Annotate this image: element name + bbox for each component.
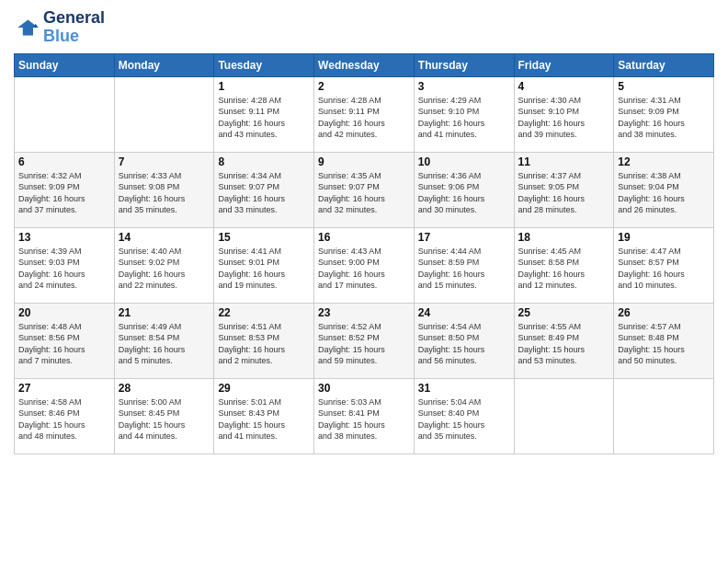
day-number: 12 (618, 155, 710, 168)
weekday-header: Thursday (414, 53, 514, 76)
day-info: Sunrise: 4:28 AM Sunset: 9:11 PM Dayligh… (318, 95, 410, 141)
header: GeneralBlue (14, 9, 714, 46)
calendar-week-row: 6Sunrise: 4:32 AM Sunset: 9:09 PM Daylig… (15, 152, 714, 227)
day-number: 11 (518, 155, 610, 168)
day-info: Sunrise: 5:03 AM Sunset: 8:41 PM Dayligh… (318, 396, 410, 442)
calendar-cell (15, 76, 115, 152)
day-info: Sunrise: 4:37 AM Sunset: 9:05 PM Dayligh… (518, 170, 610, 216)
day-number: 2 (318, 80, 410, 93)
calendar-cell: 11Sunrise: 4:37 AM Sunset: 9:05 PM Dayli… (514, 152, 614, 227)
calendar-cell: 15Sunrise: 4:41 AM Sunset: 9:01 PM Dayli… (214, 227, 314, 303)
page: GeneralBlue SundayMondayTuesdayWednesday… (0, 0, 728, 563)
day-info: Sunrise: 4:38 AM Sunset: 9:04 PM Dayligh… (618, 170, 710, 216)
calendar-cell: 20Sunrise: 4:48 AM Sunset: 8:56 PM Dayli… (15, 303, 115, 378)
day-number: 29 (218, 382, 310, 395)
day-info: Sunrise: 4:55 AM Sunset: 8:49 PM Dayligh… (518, 321, 610, 367)
day-number: 17 (418, 231, 510, 244)
day-number: 31 (418, 382, 510, 395)
day-number: 7 (119, 155, 210, 168)
day-info: Sunrise: 5:00 AM Sunset: 8:45 PM Dayligh… (119, 396, 210, 442)
day-number: 3 (418, 80, 510, 93)
logo: GeneralBlue (14, 9, 105, 46)
day-info: Sunrise: 4:45 AM Sunset: 8:58 PM Dayligh… (518, 246, 610, 292)
calendar-header-row: SundayMondayTuesdayWednesdayThursdayFrid… (15, 53, 714, 76)
weekday-header: Monday (114, 53, 214, 76)
day-number: 20 (18, 306, 110, 319)
calendar-cell: 12Sunrise: 4:38 AM Sunset: 9:04 PM Dayli… (614, 152, 714, 227)
day-info: Sunrise: 4:33 AM Sunset: 9:08 PM Dayligh… (119, 170, 210, 216)
day-info: Sunrise: 4:35 AM Sunset: 9:07 PM Dayligh… (318, 170, 410, 216)
weekday-header: Sunday (15, 53, 115, 76)
day-number: 21 (119, 306, 210, 319)
day-number: 5 (618, 80, 710, 93)
day-number: 28 (119, 382, 210, 395)
day-number: 8 (218, 155, 310, 168)
weekday-header: Friday (514, 53, 614, 76)
calendar-cell: 1Sunrise: 4:28 AM Sunset: 9:11 PM Daylig… (214, 76, 314, 152)
day-info: Sunrise: 4:41 AM Sunset: 9:01 PM Dayligh… (218, 246, 310, 292)
weekday-header: Wednesday (314, 53, 415, 76)
calendar-cell: 6Sunrise: 4:32 AM Sunset: 9:09 PM Daylig… (15, 152, 115, 227)
calendar-cell: 28Sunrise: 5:00 AM Sunset: 8:45 PM Dayli… (114, 378, 214, 454)
day-number: 24 (418, 306, 510, 319)
calendar-cell: 26Sunrise: 4:57 AM Sunset: 8:48 PM Dayli… (614, 303, 714, 378)
calendar-cell: 25Sunrise: 4:55 AM Sunset: 8:49 PM Dayli… (514, 303, 614, 378)
day-number: 14 (119, 231, 210, 244)
logo-text: GeneralBlue (43, 9, 105, 46)
day-info: Sunrise: 4:30 AM Sunset: 9:10 PM Dayligh… (518, 95, 610, 141)
day-number: 27 (18, 382, 110, 395)
calendar-cell: 19Sunrise: 4:47 AM Sunset: 8:57 PM Dayli… (614, 227, 714, 303)
day-info: Sunrise: 4:44 AM Sunset: 8:59 PM Dayligh… (418, 246, 510, 292)
day-number: 18 (518, 231, 610, 244)
day-info: Sunrise: 4:49 AM Sunset: 8:54 PM Dayligh… (119, 321, 210, 367)
calendar-cell: 17Sunrise: 4:44 AM Sunset: 8:59 PM Dayli… (414, 227, 514, 303)
calendar-week-row: 13Sunrise: 4:39 AM Sunset: 9:03 PM Dayli… (15, 227, 714, 303)
day-info: Sunrise: 4:40 AM Sunset: 9:02 PM Dayligh… (119, 246, 210, 292)
calendar-cell: 8Sunrise: 4:34 AM Sunset: 9:07 PM Daylig… (214, 152, 314, 227)
day-number: 6 (18, 155, 110, 168)
day-number: 1 (218, 80, 310, 93)
calendar-cell: 31Sunrise: 5:04 AM Sunset: 8:40 PM Dayli… (414, 378, 514, 454)
calendar-cell: 22Sunrise: 4:51 AM Sunset: 8:53 PM Dayli… (214, 303, 314, 378)
logo-icon (14, 15, 40, 40)
calendar: SundayMondayTuesdayWednesdayThursdayFrid… (14, 53, 714, 454)
day-number: 19 (618, 231, 710, 244)
day-info: Sunrise: 4:47 AM Sunset: 8:57 PM Dayligh… (618, 246, 710, 292)
day-info: Sunrise: 5:01 AM Sunset: 8:43 PM Dayligh… (218, 396, 310, 442)
calendar-cell: 4Sunrise: 4:30 AM Sunset: 9:10 PM Daylig… (514, 76, 614, 152)
calendar-body: 1Sunrise: 4:28 AM Sunset: 9:11 PM Daylig… (15, 76, 714, 454)
calendar-cell: 10Sunrise: 4:36 AM Sunset: 9:06 PM Dayli… (414, 152, 514, 227)
calendar-cell (514, 378, 614, 454)
day-number: 22 (218, 306, 310, 319)
day-info: Sunrise: 4:48 AM Sunset: 8:56 PM Dayligh… (18, 321, 110, 367)
weekday-header: Tuesday (214, 53, 314, 76)
day-info: Sunrise: 4:32 AM Sunset: 9:09 PM Dayligh… (18, 170, 110, 216)
day-info: Sunrise: 4:29 AM Sunset: 9:10 PM Dayligh… (418, 95, 510, 141)
calendar-cell: 29Sunrise: 5:01 AM Sunset: 8:43 PM Dayli… (214, 378, 314, 454)
day-info: Sunrise: 4:54 AM Sunset: 8:50 PM Dayligh… (418, 321, 510, 367)
calendar-cell (614, 378, 714, 454)
day-info: Sunrise: 4:57 AM Sunset: 8:48 PM Dayligh… (618, 321, 710, 367)
calendar-cell: 30Sunrise: 5:03 AM Sunset: 8:41 PM Dayli… (314, 378, 415, 454)
day-number: 15 (218, 231, 310, 244)
calendar-cell: 18Sunrise: 4:45 AM Sunset: 8:58 PM Dayli… (514, 227, 614, 303)
calendar-cell: 9Sunrise: 4:35 AM Sunset: 9:07 PM Daylig… (314, 152, 415, 227)
calendar-cell: 13Sunrise: 4:39 AM Sunset: 9:03 PM Dayli… (15, 227, 115, 303)
day-number: 26 (618, 306, 710, 319)
day-number: 23 (318, 306, 410, 319)
calendar-cell: 7Sunrise: 4:33 AM Sunset: 9:08 PM Daylig… (114, 152, 214, 227)
day-info: Sunrise: 5:04 AM Sunset: 8:40 PM Dayligh… (418, 396, 510, 442)
day-info: Sunrise: 4:31 AM Sunset: 9:09 PM Dayligh… (618, 95, 710, 141)
day-info: Sunrise: 4:36 AM Sunset: 9:06 PM Dayligh… (418, 170, 510, 216)
day-number: 30 (318, 382, 410, 395)
calendar-cell: 16Sunrise: 4:43 AM Sunset: 9:00 PM Dayli… (314, 227, 415, 303)
day-info: Sunrise: 4:43 AM Sunset: 9:00 PM Dayligh… (318, 246, 410, 292)
calendar-cell: 21Sunrise: 4:49 AM Sunset: 8:54 PM Dayli… (114, 303, 214, 378)
day-info: Sunrise: 4:39 AM Sunset: 9:03 PM Dayligh… (18, 246, 110, 292)
day-number: 4 (518, 80, 610, 93)
day-number: 16 (318, 231, 410, 244)
calendar-cell: 24Sunrise: 4:54 AM Sunset: 8:50 PM Dayli… (414, 303, 514, 378)
calendar-cell (114, 76, 214, 152)
day-number: 25 (518, 306, 610, 319)
day-info: Sunrise: 4:51 AM Sunset: 8:53 PM Dayligh… (218, 321, 310, 367)
